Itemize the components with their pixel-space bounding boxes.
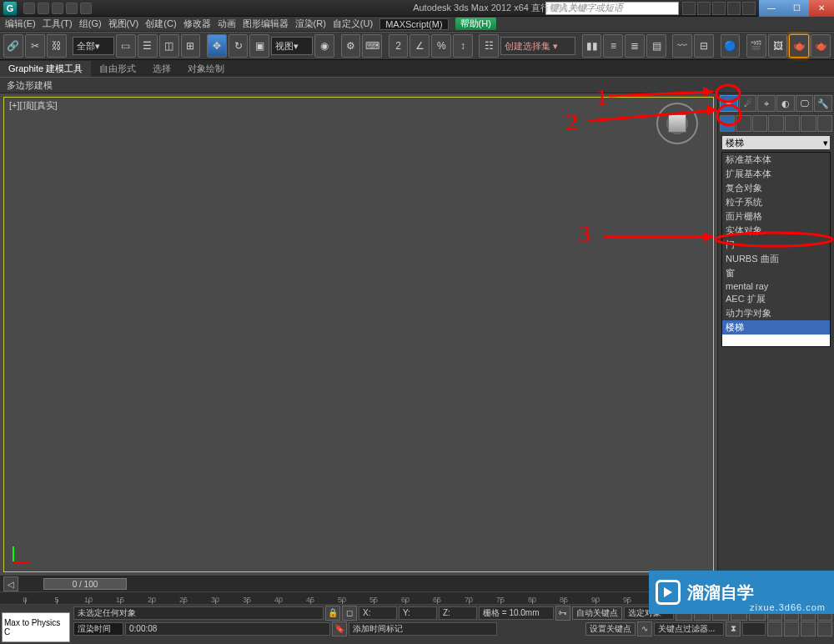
isolate-icon[interactable]: ◻ <box>342 606 357 621</box>
qa-new-icon[interactable] <box>23 3 35 14</box>
layers-icon[interactable]: ≣ <box>625 34 645 58</box>
menu-help[interactable]: 帮助(H) <box>455 18 496 30</box>
timeconfig-icon[interactable]: ⧗ <box>726 621 741 636</box>
ribbon-sub-label[interactable]: 多边形建模 <box>7 79 53 92</box>
category-item[interactable]: 粒子系统 <box>722 195 830 209</box>
nav-pan-icon[interactable] <box>767 621 782 636</box>
category-item[interactable]: 标准基本体 <box>722 153 830 167</box>
viewcube[interactable] <box>656 103 698 144</box>
coord-x[interactable]: X: <box>359 606 397 620</box>
ribbon-tab-paint[interactable]: 对象绘制 <box>179 61 233 77</box>
keymode-icon[interactable]: ∿ <box>637 621 652 636</box>
tag-icon[interactable]: 🔖 <box>332 621 347 636</box>
category-item[interactable]: 楼梯 <box>722 320 830 335</box>
time-prev-icon[interactable]: ◁ <box>3 576 18 591</box>
category-item[interactable]: 实体对象 <box>722 224 830 238</box>
snapangle-icon[interactable]: ∠ <box>409 34 430 58</box>
unlink-icon[interactable]: ✂ <box>25 34 45 58</box>
modify-tab-icon[interactable]: ☄ <box>739 95 757 112</box>
curve-editor-icon[interactable]: 〰 <box>672 34 692 58</box>
namedset-dropdown[interactable]: 创建选择集 ▾ <box>500 37 575 55</box>
coord-z[interactable]: Z: <box>439 606 477 620</box>
menu-render[interactable]: 渲染(R) <box>295 18 326 30</box>
namedset-icon[interactable]: ☷ <box>479 34 499 58</box>
viewport-label[interactable]: [+][顶][真实] <box>9 99 58 112</box>
nav-maximize-icon[interactable] <box>817 621 832 636</box>
key-icon[interactable]: 🗝 <box>555 606 570 621</box>
ribbon-toggle-icon[interactable]: ▤ <box>646 34 666 58</box>
link-icon[interactable]: 🔗 <box>3 34 23 58</box>
category-item[interactable]: AEC 扩展 <box>722 292 830 306</box>
help-icon[interactable] <box>727 2 741 15</box>
maximize-button[interactable]: ☐ <box>784 0 809 17</box>
maxscript-mini-listener[interactable]: Max to Physics C <box>2 612 70 642</box>
menu-grapheditor[interactable]: 图形编辑器 <box>243 18 289 30</box>
display-tab-icon[interactable]: 🖵 <box>796 95 814 112</box>
category-item[interactable]: 扩展基本体 <box>722 167 830 181</box>
menu-create[interactable]: 创建(C) <box>145 18 176 30</box>
motion-tab-icon[interactable]: ◐ <box>776 95 795 112</box>
category-item[interactable]: 窗 <box>722 266 830 280</box>
set-key-button[interactable]: 设置关键点 <box>585 622 636 636</box>
center-icon[interactable]: ◉ <box>314 34 334 58</box>
scale-icon[interactable]: ▣ <box>249 34 269 58</box>
hierarchy-tab-icon[interactable]: ⌖ <box>757 95 776 112</box>
viewport[interactable]: [+][顶][真实] <box>3 97 714 572</box>
keyboard-icon[interactable]: ⌨ <box>362 34 382 58</box>
category-item[interactable]: 门 <box>722 238 830 252</box>
snap2d-icon[interactable]: 2 <box>389 34 409 58</box>
qa-undo-icon[interactable] <box>66 3 78 14</box>
select-region-icon[interactable]: ◫ <box>159 34 179 58</box>
nav-orbit-icon[interactable] <box>801 621 816 636</box>
lock-icon[interactable]: 🔒 <box>325 606 340 621</box>
time-slider-handle[interactable]: 0 / 100 <box>43 578 127 590</box>
qa-redo-icon[interactable] <box>80 3 92 14</box>
menu-edit[interactable]: 编辑(E) <box>5 18 36 30</box>
spacewarps-subtab-icon[interactable] <box>801 115 816 132</box>
ribbon-tab-freeform[interactable]: 自由形式 <box>91 61 144 77</box>
material-editor-icon[interactable]: 🔵 <box>721 34 741 58</box>
utilities-tab-icon[interactable]: 🔧 <box>814 95 832 112</box>
ribbon-tab-graphite[interactable]: Graphite 建模工具 <box>0 61 91 77</box>
window-crossing-icon[interactable]: ⊞ <box>181 34 201 58</box>
comm-icon[interactable] <box>697 2 711 15</box>
shapes-subtab-icon[interactable] <box>736 115 751 132</box>
minimize-button[interactable]: — <box>759 0 784 17</box>
auto-key-button[interactable]: 自动关键点 <box>572 606 622 620</box>
help-search-input[interactable]: 键入关键字或短语 <box>545 2 679 15</box>
cameras-subtab-icon[interactable] <box>768 115 783 132</box>
bind-icon[interactable]: ⛓ <box>47 34 67 58</box>
key-filter-button[interactable]: 关键点过滤器... <box>654 622 724 636</box>
app-icon[interactable]: G <box>3 1 18 16</box>
align-icon[interactable]: ≡ <box>603 34 623 58</box>
schematic-icon[interactable]: ⊟ <box>694 34 714 58</box>
geometry-subtab-icon[interactable] <box>720 115 735 132</box>
create-tab-icon[interactable]: ✦ <box>720 95 738 112</box>
nav-walk-icon[interactable] <box>784 621 799 636</box>
menu-customize[interactable]: 自定义(U) <box>333 18 373 30</box>
refcoord-dropdown[interactable]: 视图 ▾ <box>271 37 313 55</box>
menu-group[interactable]: 组(G) <box>79 18 102 30</box>
render-icon[interactable]: 🫖 <box>789 34 809 58</box>
category-item[interactable]: 面片栅格 <box>722 209 830 224</box>
viewport-area[interactable]: [+][顶][真实] <box>0 93 717 576</box>
render-prod-icon[interactable]: 🫖 <box>811 34 831 58</box>
selection-filter-dropdown[interactable]: 全部 ▾ <box>73 37 114 55</box>
add-time-marker[interactable]: 添加时间标记 <box>349 622 497 636</box>
rotate-icon[interactable]: ↻ <box>229 34 249 58</box>
category-item[interactable]: NURBS 曲面 <box>722 252 830 266</box>
dropdown-icon[interactable] <box>742 2 756 15</box>
spinner-icon[interactable]: ↕ <box>453 34 473 58</box>
menu-animation[interactable]: 动画 <box>218 18 236 30</box>
ribbon-tab-select[interactable]: 选择 <box>144 61 179 77</box>
category-item[interactable]: 复合对象 <box>722 181 830 195</box>
geometry-category-dropdown[interactable]: 楼梯 <box>721 135 831 150</box>
select-icon[interactable]: ▭ <box>116 34 136 58</box>
select-name-icon[interactable]: ☰ <box>138 34 158 58</box>
render-setup-icon[interactable]: 🎬 <box>746 34 766 58</box>
lights-subtab-icon[interactable] <box>752 115 767 132</box>
menu-maxscript[interactable]: MAXScript(M) <box>379 18 448 30</box>
viewcube-cube-icon[interactable] <box>668 114 686 133</box>
close-button[interactable]: ✕ <box>809 0 834 17</box>
helpers-subtab-icon[interactable] <box>785 115 800 132</box>
